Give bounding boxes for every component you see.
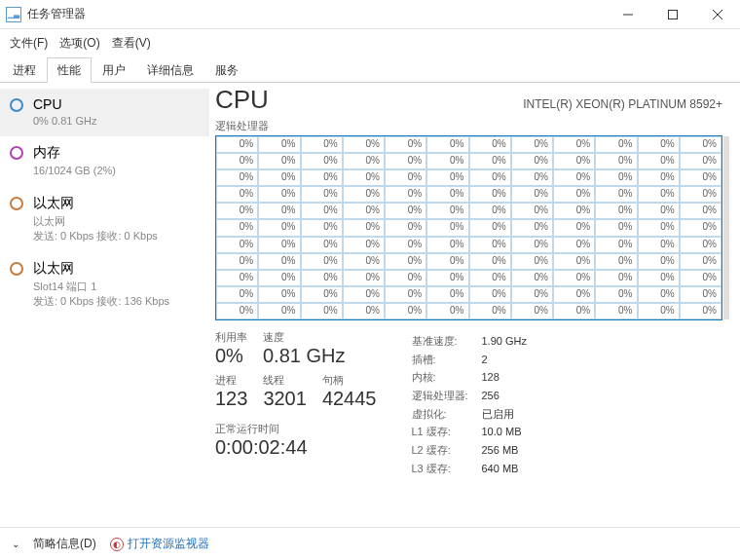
cpu-core-cell: 0% <box>258 253 300 270</box>
cpu-core-cell: 0% <box>385 237 426 253</box>
cpu-core-cell: 0% <box>469 203 511 219</box>
spec-value: 已启用 <box>482 405 514 424</box>
cpu-core-cell: 0% <box>343 203 385 219</box>
spec-key: 虚拟化: <box>412 405 482 424</box>
cpu-core-cell: 0% <box>216 153 258 169</box>
cpu-core-cell: 0% <box>595 203 637 219</box>
cpu-core-cell: 0% <box>638 270 680 286</box>
proc-label: 进程 <box>215 373 247 388</box>
cpu-core-cell: 0% <box>343 270 385 286</box>
page-title: CPU <box>215 85 269 115</box>
spec-row: 插槽:2 <box>412 351 527 369</box>
cpu-core-cell: 0% <box>426 237 468 253</box>
cpu-core-cell: 0% <box>301 203 343 219</box>
cpu-core-cell: 0% <box>301 253 343 270</box>
cpu-core-cell: 0% <box>258 153 300 169</box>
tab-performance[interactable]: 性能 <box>47 57 92 83</box>
cpu-core-cell: 0% <box>426 303 468 319</box>
cpu-core-cell: 0% <box>343 303 385 319</box>
cpu-core-cell: 0% <box>511 303 553 319</box>
cpu-core-cell: 0% <box>301 303 343 319</box>
cpu-core-cell: 0% <box>385 270 426 286</box>
cpu-core-cell: 0% <box>426 270 468 286</box>
cpu-core-cell: 0% <box>469 303 511 319</box>
util-label: 利用率 <box>215 330 247 345</box>
chevron-down-icon[interactable]: ⌄ <box>12 539 19 549</box>
menu-file[interactable]: 文件(F) <box>6 33 52 54</box>
svg-rect-1 <box>669 10 678 19</box>
tab-processes[interactable]: 进程 <box>2 57 47 83</box>
cpu-core-cell: 0% <box>680 270 722 286</box>
cpu-core-cell: 0% <box>301 186 343 203</box>
resource-monitor-link[interactable]: ◐ 打开资源监视器 <box>110 536 209 552</box>
brief-info-link[interactable]: 简略信息(D) <box>33 536 96 552</box>
spec-key: 内核: <box>412 368 482 387</box>
sidebar-item-sub: 16/1024 GB (2%) <box>33 164 116 178</box>
app-icon: ▁▃ <box>6 7 21 22</box>
cpu-core-cell: 0% <box>426 136 468 153</box>
main-panel: CPU INTEL(R) XEON(R) PLATINUM 8592+ 逻辑处理… <box>209 83 740 521</box>
chart-label: 逻辑处理器 <box>215 119 722 133</box>
maximize-button[interactable] <box>650 0 695 29</box>
util-value: 0% <box>215 345 247 367</box>
cpu-core-cell: 0% <box>301 153 343 169</box>
sidebar-item-cpu-0[interactable]: CPU0% 0.81 GHz <box>0 89 209 136</box>
cpu-core-cell: 0% <box>680 219 722 236</box>
spec-value: 640 MB <box>482 460 519 478</box>
cpu-core-cell: 0% <box>638 169 680 186</box>
sidebar-item-title: 以太网 <box>33 195 158 212</box>
cpu-core-cell: 0% <box>680 153 722 169</box>
spec-value: 256 MB <box>482 441 519 460</box>
cpu-core-cell: 0% <box>301 237 343 253</box>
menu-options[interactable]: 选项(O) <box>56 33 103 54</box>
net-icon <box>10 197 23 210</box>
spec-key: L3 缓存: <box>412 460 482 478</box>
cpu-core-cell: 0% <box>469 286 511 303</box>
tab-details[interactable]: 详细信息 <box>136 57 204 83</box>
cpu-core-cell: 0% <box>385 169 426 186</box>
mem-icon <box>10 146 23 160</box>
cpu-core-cell: 0% <box>469 253 511 270</box>
cpu-core-cell: 0% <box>595 286 637 303</box>
menu-bar: 文件(F) 选项(O) 查看(V) <box>0 29 740 57</box>
cpu-core-cell: 0% <box>638 286 680 303</box>
cpu-core-cell: 0% <box>343 253 385 270</box>
cpu-core-cell: 0% <box>469 153 511 169</box>
tab-services[interactable]: 服务 <box>204 57 249 83</box>
logical-processor-grid[interactable]: 0%0%0%0%0%0%0%0%0%0%0%0%0%0%0%0%0%0%0%0%… <box>215 135 722 320</box>
close-button[interactable] <box>695 0 740 29</box>
sidebar-item-mem-1[interactable]: 内存16/1024 GB (2%) <box>0 136 209 186</box>
minimize-button[interactable] <box>606 0 650 29</box>
sidebar: CPU0% 0.81 GHz内存16/1024 GB (2%)以太网以太网发送:… <box>0 83 209 521</box>
cpu-core-cell: 0% <box>343 219 385 236</box>
cpu-core-cell: 0% <box>595 169 637 186</box>
tab-strip: 进程 性能 用户 详细信息 服务 <box>0 57 740 83</box>
cpu-core-cell: 0% <box>258 303 300 319</box>
cpu-core-cell: 0% <box>680 286 722 303</box>
cpu-core-cell: 0% <box>216 136 258 153</box>
spec-value: 2 <box>482 351 488 369</box>
sidebar-item-net-3[interactable]: 以太网Slot14 端口 1发送: 0 Kbps 接收: 136 Kbps <box>0 252 209 317</box>
spec-key: L1 缓存: <box>412 423 482 441</box>
spec-row: 基准速度:1.90 GHz <box>412 332 527 351</box>
tab-users[interactable]: 用户 <box>92 57 136 83</box>
cpu-core-cell: 0% <box>469 169 511 186</box>
cpu-core-cell: 0% <box>469 270 511 286</box>
cpu-core-cell: 0% <box>638 203 680 219</box>
cpu-core-cell: 0% <box>216 270 258 286</box>
cpu-core-cell: 0% <box>595 303 637 319</box>
cpu-core-cell: 0% <box>343 237 385 253</box>
spec-value: 256 <box>482 387 500 405</box>
cpu-core-cell: 0% <box>553 169 595 186</box>
scrollbar[interactable] <box>723 136 729 319</box>
spec-key: 基准速度: <box>412 332 482 351</box>
cpu-core-cell: 0% <box>258 237 300 253</box>
cpu-core-cell: 0% <box>680 136 722 153</box>
menu-view[interactable]: 查看(V) <box>108 33 155 54</box>
cpu-core-cell: 0% <box>343 153 385 169</box>
sidebar-item-net-2[interactable]: 以太网以太网发送: 0 Kbps 接收: 0 Kbps <box>0 187 209 252</box>
spec-row: 虚拟化:已启用 <box>412 405 527 424</box>
cpu-core-cell: 0% <box>385 219 426 236</box>
cpu-core-cell: 0% <box>680 237 722 253</box>
cpu-core-cell: 0% <box>301 219 343 236</box>
